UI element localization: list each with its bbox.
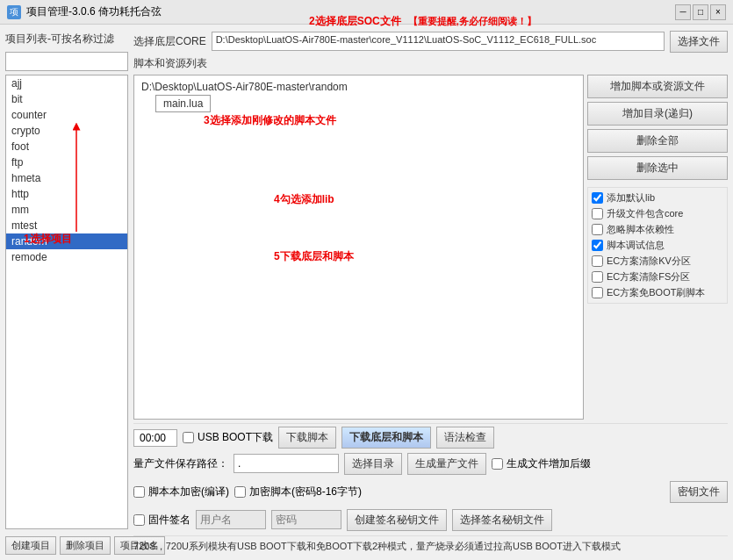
project-item-hmeta[interactable]: hmeta [6,170,127,186]
delete-selected-button[interactable]: 删除选中 [587,156,728,180]
usb-boot-row: USB BOOT下载 [183,430,273,445]
mass-production-row: 量产文件保存路径： 选择目录 生成量产文件 生成文件增加后缀 [133,451,728,476]
option-ec-boot-label: EC方案免BOOT刷脚本 [607,286,705,299]
project-item-random[interactable]: random [6,233,127,249]
title-bar-left: 项 项目管理-3.0.6 倚功耗托合弦 [7,4,162,19]
option-upgrade-core-checkbox[interactable] [592,208,603,219]
option-add-lib-checkbox[interactable] [592,192,603,204]
left-panel: 项目列表-可按名称过滤 ajj bit counter crypto foot … [5,30,128,555]
right-panel: 选择底层CORE D:\Desktop\LuatOS-Air780E-maste… [133,30,728,555]
title-bar: 项 项目管理-3.0.6 倚功耗托合弦 ─ □ × [0,0,733,25]
app-icon: 项 [7,5,21,19]
bottom-note: 720S，720U系列模块有USB BOOT下载和免BOOT下载2种模式，量产烧… [133,535,728,555]
project-item-bit[interactable]: bit [6,91,127,107]
option-ec-kv-checkbox[interactable] [592,255,603,267]
left-bottom-buttons: 创建项目 删除项目 项目改名 [5,533,128,555]
minimize-button[interactable]: ─ [675,4,691,20]
project-item-mtest[interactable]: mtest [6,218,127,233]
project-item-ajj[interactable]: ajj [6,75,127,91]
script-folder: D:\Desktop\LuatOS-Air780E-master\random … [138,79,579,116]
script-file-container: main.lua [141,93,576,114]
username-input[interactable] [196,510,266,529]
option-ec-fs-row: EC方案清除FS分区 [592,270,723,284]
add-script-file-button[interactable]: 增加脚本或资源文件 [587,75,728,98]
option-ec-fs-checkbox[interactable] [592,271,603,283]
project-list: ajj bit counter crypto foot ftp hmeta ht… [5,75,128,529]
download-all-button[interactable]: 下载底层和脚本 [341,427,431,449]
option-upgrade-core-row: 升级文件包含core [592,207,723,220]
script-list-content: D:\Desktop\LuatOS-Air780E-master\random … [134,75,583,419]
option-ec-kv-label: EC方案清除KV分区 [607,255,691,268]
project-item-counter[interactable]: counter [6,107,127,123]
signature-row: 固件签名 创建签名秘钥文件 选择签名秘钥文件 [133,507,728,532]
mass-production-label: 量产文件保存路径： [133,456,228,471]
core-label: 选择底层CORE [133,34,206,49]
select-key-button[interactable]: 选择签名秘钥文件 [452,509,552,531]
project-item-http[interactable]: http [6,186,127,202]
download-script-button[interactable]: 下载脚本 [278,427,336,449]
syntax-check-button[interactable]: 语法检查 [436,427,494,449]
project-list-title: 项目列表-可按名称过滤 [5,30,128,48]
add-suffix-checkbox[interactable] [492,458,503,470]
add-suffix-label: 生成文件增加后缀 [507,456,591,471]
option-ec-boot-row: EC方案免BOOT刷脚本 [592,286,723,299]
download-row: 00:00 USB BOOT下载 下载脚本 下载底层和脚本 语法检查 [133,423,728,448]
maximize-button[interactable]: □ [693,4,708,20]
script-file-main-lua[interactable]: main.lua [155,95,211,112]
script-folder-name[interactable]: D:\Desktop\LuatOS-Air780E-master\random [141,81,348,93]
option-script-debug-row: 脚本调试信息 [592,239,723,252]
select-core-file-button[interactable]: 选择文件 [670,31,728,53]
mass-production-path-input[interactable] [234,454,339,473]
script-list-panel: D:\Desktop\LuatOS-Air780E-master\random … [133,75,584,420]
firmware-sign-checkbox[interactable] [133,514,145,526]
close-button[interactable]: × [710,4,726,20]
option-script-debug-label: 脚本调试信息 [607,239,665,252]
script-encrypt-checkbox[interactable] [133,486,145,498]
option-add-lib-label: 添加默认lib [607,191,655,205]
options-group: 添加默认lib 升级文件包含core 忽略脚本依赖性 脚本调试信息 [587,187,728,304]
script-right-panel: 增加脚本或资源文件 增加目录(递归) 删除全部 删除选中 添加默认lib 升级文… [587,75,728,420]
delete-all-button[interactable]: 删除全部 [587,129,728,153]
script-encrypt-label: 脚本本加密(编译) [148,485,229,499]
project-item-ftp[interactable]: ftp [6,154,127,170]
project-item-mm[interactable]: mm [6,202,127,218]
window-title: 项目管理-3.0.6 倚功耗托合弦 [26,4,162,19]
delete-project-button[interactable]: 删除项目 [60,536,111,555]
password-input[interactable] [271,510,341,529]
time-display: 00:00 [133,429,177,447]
search-input[interactable] [5,52,128,71]
title-bar-controls: ─ □ × [675,4,726,20]
option-ignore-dep-label: 忽略脚本依赖性 [607,223,674,236]
create-key-button[interactable]: 创建签名秘钥文件 [347,509,447,531]
option-ignore-dep-checkbox[interactable] [592,224,603,235]
core-path-display: D:\Desktop\LuatOS-Air780E-master\core_V1… [212,32,665,51]
script-list-title: 脚本和资源列表 [133,56,728,71]
option-script-debug-checkbox[interactable] [592,240,603,251]
content-area: 项目列表-可按名称过滤 ajj bit counter crypto foot … [0,25,733,560]
option-ec-kv-row: EC方案清除KV分区 [592,255,723,268]
project-item-foot[interactable]: foot [6,139,127,154]
usb-boot-label: USB BOOT下载 [198,430,273,445]
secret-file-button[interactable]: 密钥文件 [670,481,728,503]
option-upgrade-core-label: 升级文件包含core [607,207,683,220]
usb-boot-checkbox[interactable] [183,432,194,443]
option-ignore-dep-row: 忽略脚本依赖性 [592,223,723,236]
option-add-lib-row: 添加默认lib [592,191,723,205]
create-project-button[interactable]: 创建项目 [5,536,56,555]
encrypt-row: 脚本本加密(编译) 加密脚本(密码8-16字节) 密钥文件 [133,479,728,504]
password-encrypt-label: 加密脚本(密码8-16字节) [249,485,362,499]
password-encrypt-checkbox[interactable] [234,486,246,498]
project-item-crypto[interactable]: crypto [6,123,127,139]
script-area: D:\Desktop\LuatOS-Air780E-master\random … [133,75,728,420]
option-ec-boot-checkbox[interactable] [592,287,603,298]
firmware-sign-label: 固件签名 [148,513,190,528]
add-directory-button[interactable]: 增加目录(递归) [587,102,728,126]
project-item-remode[interactable]: remode [6,249,127,265]
core-row: 选择底层CORE D:\Desktop\LuatOS-Air780E-maste… [133,30,728,53]
option-ec-fs-label: EC方案清除FS分区 [607,270,690,284]
generate-mass-production-button[interactable]: 生成量产文件 [407,453,486,475]
main-container: 项目列表-可按名称过滤 ajj bit counter crypto foot … [0,25,733,560]
select-dir-button[interactable]: 选择目录 [344,453,402,475]
